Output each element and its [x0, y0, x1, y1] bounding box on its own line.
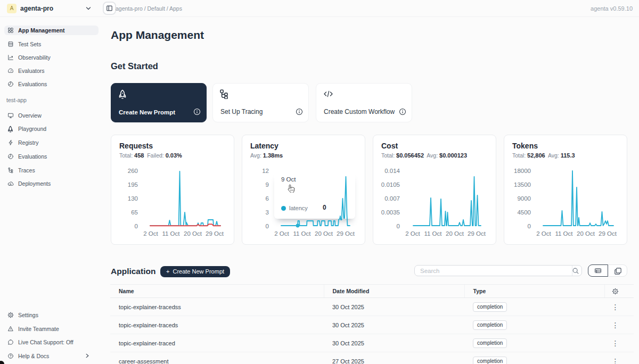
svg-text:65: 65 [131, 209, 138, 216]
svg-text:0: 0 [528, 223, 531, 229]
svg-text:11 Oct: 11 Oct [424, 230, 442, 237]
svg-text:130: 130 [128, 195, 138, 202]
svg-text:0.007: 0.007 [384, 195, 400, 202]
svg-text:2 Oct: 2 Oct [536, 230, 551, 237]
svg-text:0.0035: 0.0035 [381, 209, 400, 216]
svg-text:0.0105: 0.0105 [381, 181, 400, 188]
svg-text:11 Oct: 11 Oct [162, 230, 180, 237]
svg-text:2 Oct: 2 Oct [405, 230, 420, 237]
svg-text:9000: 9000 [517, 195, 531, 202]
svg-text:2 Oct: 2 Oct [143, 230, 158, 237]
svg-text:11 Oct: 11 Oct [555, 230, 573, 237]
svg-text:20 Oct: 20 Oct [577, 230, 595, 237]
svg-text:0: 0 [397, 223, 400, 229]
svg-text:20 Oct: 20 Oct [446, 230, 464, 237]
svg-text:29 Oct: 29 Oct [468, 230, 486, 237]
svg-text:29 Oct: 29 Oct [206, 230, 224, 237]
svg-text:18000: 18000 [514, 168, 531, 174]
svg-text:0: 0 [135, 223, 138, 229]
svg-text:195: 195 [128, 181, 138, 188]
svg-text:29 Oct: 29 Oct [599, 230, 617, 237]
svg-text:0.014: 0.014 [384, 168, 400, 174]
svg-text:13500: 13500 [514, 181, 531, 188]
svg-text:20 Oct: 20 Oct [184, 230, 202, 237]
svg-text:260: 260 [128, 168, 138, 174]
svg-text:4500: 4500 [517, 209, 531, 216]
